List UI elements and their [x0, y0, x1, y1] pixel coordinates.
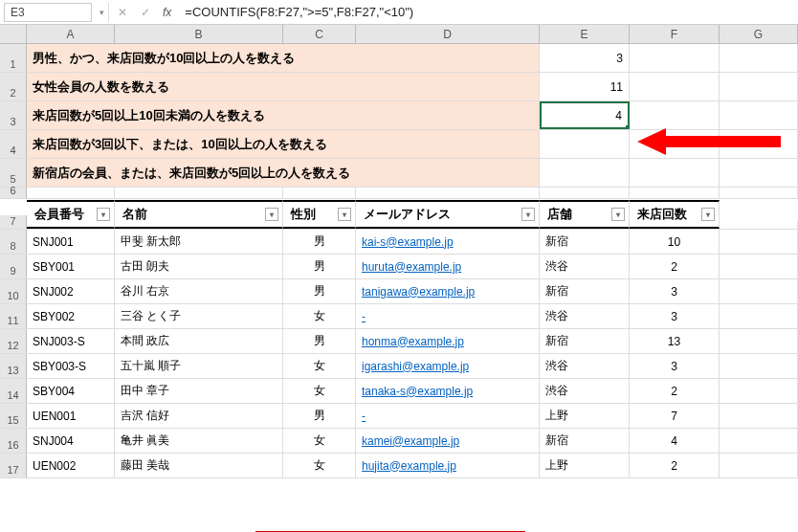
store-cell[interactable]: 渋谷: [540, 304, 630, 328]
cell[interactable]: [720, 404, 798, 428]
cell[interactable]: [720, 429, 798, 453]
sex-cell[interactable]: 女: [283, 354, 356, 378]
member-id-cell[interactable]: SBY004: [27, 379, 115, 403]
name-cell[interactable]: 本間 政広: [115, 329, 283, 353]
cell[interactable]: [630, 44, 720, 72]
mail-link[interactable]: honma@example.jp: [362, 335, 464, 348]
name-box-dropdown[interactable]: ▾: [96, 3, 109, 22]
description-cell[interactable]: 来店回数が5回以上10回未満の人を数える: [27, 101, 540, 129]
enter-icon[interactable]: ✓: [136, 3, 155, 22]
cell[interactable]: [720, 379, 798, 403]
col-header-c[interactable]: C: [283, 25, 356, 43]
cell[interactable]: [720, 304, 798, 328]
mail-link[interactable]: hujita@example.jp: [362, 459, 456, 473]
result-cell[interactable]: [540, 159, 630, 187]
filter-icon[interactable]: ▾: [611, 208, 625, 221]
cell[interactable]: [720, 230, 798, 254]
mail-link[interactable]: tanaka-s@example.jp: [362, 385, 473, 398]
mail-cell[interactable]: tanaka-s@example.jp: [356, 379, 540, 403]
cell[interactable]: [720, 159, 798, 187]
result-cell[interactable]: 3: [540, 44, 630, 72]
row-header[interactable]: 11: [0, 304, 27, 328]
row-header[interactable]: 7: [0, 215, 27, 229]
member-id-cell[interactable]: UEN001: [27, 404, 115, 428]
row-header[interactable]: 13: [0, 354, 27, 378]
col-header-b[interactable]: B: [115, 25, 283, 43]
store-cell[interactable]: 渋谷: [540, 354, 630, 378]
member-id-cell[interactable]: SNJ002: [27, 279, 115, 303]
visits-cell[interactable]: 3: [630, 354, 720, 378]
visits-cell[interactable]: 4: [630, 429, 720, 453]
member-id-cell[interactable]: SNJ004: [27, 429, 115, 453]
table-header-2[interactable]: 性別▾: [283, 200, 356, 229]
member-id-cell[interactable]: SNJ001: [27, 230, 115, 254]
member-id-cell[interactable]: SNJ003-S: [27, 329, 115, 353]
visits-cell[interactable]: 2: [630, 454, 720, 477]
name-cell[interactable]: 三谷 とく子: [115, 304, 283, 328]
name-cell[interactable]: 谷川 右京: [115, 279, 283, 303]
cell[interactable]: [27, 188, 115, 198]
name-cell[interactable]: 吉沢 信好: [115, 404, 283, 428]
filter-icon[interactable]: ▾: [265, 208, 278, 221]
visits-cell[interactable]: 3: [630, 279, 720, 303]
filter-icon[interactable]: ▾: [338, 208, 351, 221]
cell[interactable]: [356, 188, 540, 198]
row-header[interactable]: 8: [0, 230, 27, 254]
mail-cell[interactable]: kamei@example.jp: [356, 429, 540, 453]
formula-input[interactable]: =COUNTIFS(F8:F27,">=5",F8:F27,"<10"): [179, 3, 794, 22]
col-header-g[interactable]: G: [720, 25, 798, 43]
description-cell[interactable]: 男性、かつ、来店回数が10回以上の人を数える: [27, 44, 540, 72]
mail-cell[interactable]: huruta@example.jp: [356, 255, 540, 278]
sex-cell[interactable]: 女: [283, 454, 356, 477]
mail-link[interactable]: huruta@example.jp: [362, 260, 461, 274]
cell[interactable]: [630, 188, 720, 198]
row-header[interactable]: 10: [0, 279, 27, 303]
mail-link[interactable]: igarashi@example.jp: [362, 360, 469, 373]
col-header-f[interactable]: F: [630, 25, 720, 43]
cell[interactable]: [540, 188, 630, 198]
mail-cell[interactable]: honma@example.jp: [356, 329, 540, 353]
select-all-corner[interactable]: [0, 25, 27, 43]
table-header-5[interactable]: 来店回数▾: [630, 200, 720, 229]
sex-cell[interactable]: 男: [283, 279, 356, 303]
table-header-0[interactable]: 会員番号▾: [27, 200, 115, 229]
visits-cell[interactable]: 10: [630, 230, 720, 254]
description-cell[interactable]: 来店回数が3回以下、または、10回以上の人を数える: [27, 130, 540, 158]
result-cell[interactable]: 4: [540, 101, 630, 129]
description-cell[interactable]: 女性会員の人数を数える: [27, 73, 540, 100]
col-header-a[interactable]: A: [27, 25, 115, 43]
store-cell[interactable]: 新宿: [540, 230, 630, 254]
table-header-4[interactable]: 店舗▾: [540, 200, 630, 229]
cancel-icon[interactable]: ✕: [113, 3, 132, 22]
visits-cell[interactable]: 13: [630, 329, 720, 353]
col-header-e[interactable]: E: [540, 25, 630, 43]
filter-icon[interactable]: ▾: [701, 208, 715, 221]
cell[interactable]: [720, 188, 798, 198]
store-cell[interactable]: 新宿: [540, 429, 630, 453]
cell[interactable]: [283, 188, 356, 198]
cell[interactable]: [720, 354, 798, 378]
mail-link[interactable]: kai-s@example.jp: [362, 235, 454, 249]
row-header[interactable]: 16: [0, 429, 27, 453]
name-cell[interactable]: 甲斐 新太郎: [115, 230, 283, 254]
mail-cell[interactable]: -: [356, 404, 540, 428]
sex-cell[interactable]: 男: [283, 255, 356, 278]
member-id-cell[interactable]: SBY002: [27, 304, 115, 328]
cell[interactable]: [720, 73, 798, 100]
sex-cell[interactable]: 男: [283, 404, 356, 428]
mail-cell[interactable]: hujita@example.jp: [356, 454, 540, 477]
member-id-cell[interactable]: SBY003-S: [27, 354, 115, 378]
fx-icon[interactable]: fx: [159, 6, 175, 19]
row-header[interactable]: 1: [0, 44, 27, 72]
name-cell[interactable]: 古田 朗夫: [115, 255, 283, 278]
name-cell[interactable]: 田中 章子: [115, 379, 283, 403]
row-header[interactable]: 15: [0, 404, 27, 428]
mail-link[interactable]: kamei@example.jp: [362, 434, 459, 448]
filter-icon[interactable]: ▾: [521, 208, 535, 221]
cell[interactable]: [720, 255, 798, 278]
store-cell[interactable]: 上野: [540, 454, 630, 477]
cell[interactable]: [720, 44, 798, 72]
result-cell[interactable]: [540, 130, 630, 158]
mail-cell[interactable]: igarashi@example.jp: [356, 354, 540, 378]
mail-cell[interactable]: -: [356, 304, 540, 328]
